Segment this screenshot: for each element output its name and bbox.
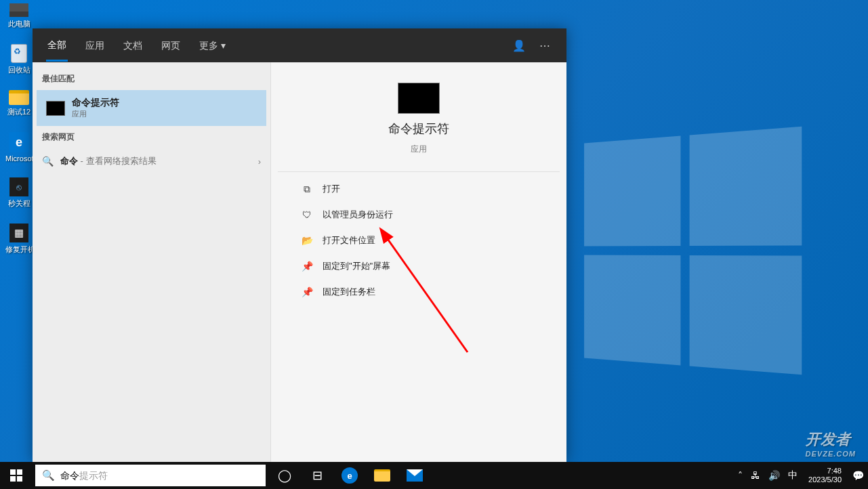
- search-tabs: 全部 应用 文档 网页 更多 ▾: [38, 30, 227, 62]
- network-icon[interactable]: 🖧: [751, 470, 760, 481]
- edge-icon: e: [9, 132, 29, 152]
- tab-all[interactable]: 全部: [46, 30, 68, 62]
- cmd-preview-icon: [398, 83, 440, 114]
- search-header: 全部 应用 文档 网页 更多 ▾ 👤 ⋯: [33, 28, 566, 62]
- action-open[interactable]: ⧉打开: [298, 176, 539, 202]
- web-desc: - 查看网络搜索结果: [78, 156, 157, 166]
- feedback-icon[interactable]: 👤: [512, 39, 526, 52]
- icon-label: 修复开机屏: [5, 244, 33, 255]
- recycle-icon: [11, 44, 27, 63]
- icon-label: 秒关程: [5, 198, 33, 209]
- best-match-label: 最佳匹配: [33, 69, 270, 89]
- action-pin-taskbar[interactable]: 📌固定到任务栏: [298, 279, 539, 305]
- tab-web[interactable]: 网页: [160, 30, 182, 60]
- action-center-icon[interactable]: 💬: [852, 470, 864, 481]
- action-label: 打开: [323, 183, 340, 195]
- ime-indicator[interactable]: 中: [788, 469, 798, 482]
- action-label: 固定到"开始"屏幕: [323, 260, 390, 272]
- preview-actions: ⧉打开 🛡以管理员身份运行 📂打开文件位置 📌固定到"开始"屏幕 📌固定到任务栏: [278, 171, 560, 305]
- taskbar-clock[interactable]: 7:48 2023/5/30: [806, 467, 844, 484]
- tab-more[interactable]: 更多 ▾: [198, 30, 227, 60]
- best-match-title: 命令提示符: [72, 97, 119, 109]
- desktop-icon-this-pc[interactable]: 此电脑: [7, 3, 31, 29]
- web-search-row[interactable]: 🔍 命令 - 查看网络搜索结果 ›: [33, 147, 270, 175]
- shield-icon: 🛡: [301, 209, 313, 220]
- icon-label: Microsoft Edge: [5, 154, 33, 163]
- search-typed: 命令: [60, 470, 79, 481]
- cmd-thumb-icon: [46, 101, 65, 116]
- search-icon: 🔍: [42, 156, 54, 167]
- tray-chevron-icon[interactable]: ˄: [738, 470, 743, 481]
- best-match-subtitle: 应用: [72, 109, 119, 119]
- tab-apps[interactable]: 应用: [84, 30, 106, 60]
- search-icon: 🔍: [42, 469, 55, 482]
- preview-subtitle: 应用: [411, 144, 427, 155]
- preview-title: 命令提示符: [388, 121, 449, 137]
- tool-icon: ▦: [9, 224, 28, 242]
- mail-icon: [407, 469, 423, 482]
- preview-pane: 命令提示符 应用 ⧉打开 🛡以管理员身份运行 📂打开文件位置 📌固定到"开始"屏…: [271, 62, 566, 462]
- task-view-button[interactable]: ◯: [268, 462, 301, 489]
- volume-icon[interactable]: 🔊: [768, 470, 780, 481]
- task-view-timeline-button[interactable]: ⊟: [301, 462, 333, 489]
- tab-docs[interactable]: 文档: [122, 30, 144, 60]
- web-search-label: 搜索网页: [33, 127, 270, 147]
- folder-icon: 📂: [301, 235, 313, 246]
- best-match-item[interactable]: 命令提示符 应用: [37, 90, 266, 126]
- desktop-icon-recycle-bin[interactable]: 回收站: [7, 44, 31, 75]
- desktop-icon-tool2[interactable]: ▦修复开机屏: [7, 224, 31, 255]
- windows-icon: [10, 469, 22, 482]
- folder-icon: [9, 90, 29, 105]
- taskbar-search-box[interactable]: 🔍 命令提示符: [35, 465, 266, 486]
- edge-icon: e: [342, 467, 358, 484]
- search-hint: 提示符: [79, 470, 108, 481]
- icon-label: 回收站: [5, 65, 33, 75]
- desktop-icon-edge[interactable]: eMicrosoft Edge: [7, 132, 31, 163]
- action-pin-start[interactable]: 📌固定到"开始"屏幕: [298, 253, 539, 279]
- icon-label: 此电脑: [5, 19, 33, 29]
- action-label: 以管理员身份运行: [323, 209, 393, 221]
- start-button[interactable]: [0, 462, 33, 489]
- system-tray: ˄ 🖧 🔊 中 7:48 2023/5/30 💬: [738, 467, 868, 484]
- taskbar: 🔍 命令提示符 ◯ ⊟ e ˄ 🖧 🔊 中 7:48 2023/5/30 💬: [0, 462, 868, 489]
- pin-icon: 📌: [301, 286, 313, 297]
- tool-icon: ⎋: [9, 177, 28, 196]
- desktop-icon-tool1[interactable]: ⎋秒关程: [7, 177, 31, 209]
- pin-icon: 📌: [301, 261, 313, 272]
- action-label: 打开文件位置: [323, 234, 375, 247]
- desktop-icons: 此电脑 回收站 测试12 eMicrosoft Edge ⎋秒关程 ▦修复开机屏: [7, 3, 31, 255]
- more-options-icon[interactable]: ⋯: [539, 39, 550, 52]
- open-icon: ⧉: [301, 184, 313, 195]
- taskbar-edge[interactable]: e: [333, 462, 366, 489]
- watermark: 开发者 DEVZE.COM: [806, 429, 856, 458]
- chevron-right-icon: ›: [258, 156, 261, 167]
- start-search-panel: 全部 应用 文档 网页 更多 ▾ 👤 ⋯ 最佳匹配 命令提示符 应用 搜索网页 …: [33, 28, 566, 462]
- clock-date: 2023/5/30: [808, 475, 842, 484]
- pc-icon: [9, 3, 28, 17]
- action-run-as-admin[interactable]: 🛡以管理员身份运行: [298, 202, 539, 228]
- results-list: 最佳匹配 命令提示符 应用 搜索网页 🔍 命令 - 查看网络搜索结果 ›: [33, 62, 271, 462]
- icon-label: 测试12: [5, 107, 33, 117]
- windows-wallpaper-logo: [584, 127, 802, 375]
- folder-icon: [374, 469, 390, 482]
- action-open-file-location[interactable]: 📂打开文件位置: [298, 228, 539, 253]
- desktop-icon-folder[interactable]: 测试12: [7, 90, 31, 117]
- taskbar-mail[interactable]: [398, 462, 431, 489]
- action-label: 固定到任务栏: [323, 286, 375, 298]
- clock-time: 7:48: [808, 467, 842, 475]
- taskbar-explorer[interactable]: [366, 462, 398, 489]
- web-term: 命令: [60, 156, 78, 166]
